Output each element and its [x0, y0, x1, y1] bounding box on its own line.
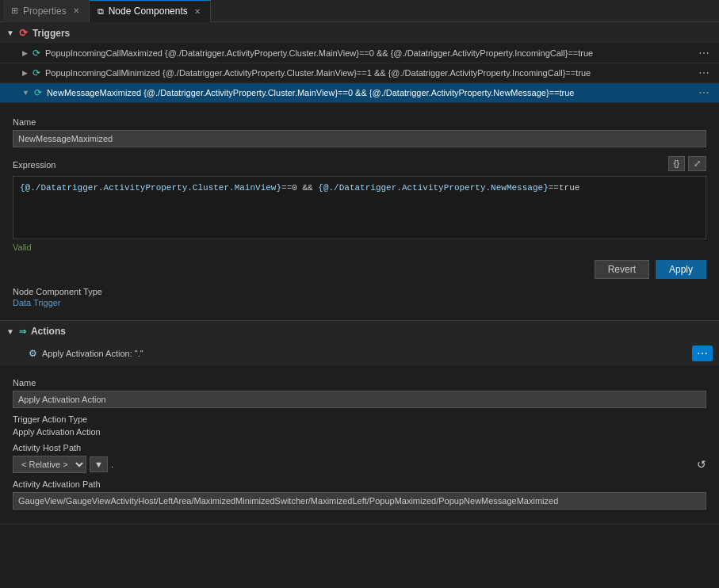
- tab-bar: ⊞ Properties ✕ ⧉ Node Components ✕: [0, 0, 719, 22]
- trigger-detail-panel: Name Expression {} ⤢ {@./Datatrigger.Act…: [0, 103, 719, 321]
- node-component-type-row: Node Component Type Data Trigger: [13, 287, 706, 307]
- relative-select-row: < Relative > ▼ . ↺: [13, 456, 706, 473]
- trigger2-expand-arrow: ▶: [22, 69, 28, 77]
- trigger1-icon: ⟳: [33, 48, 40, 59]
- detail-action-buttons: Revert Apply: [13, 260, 706, 279]
- triggers-section-icon: ⟳: [19, 27, 28, 39]
- expression-json-button[interactable]: {}: [668, 156, 685, 171]
- action-name-value: Apply Activation Action: [13, 391, 706, 408]
- activity-host-path-row: Activity Host Path < Relative > ▼ . ↺: [13, 443, 706, 473]
- trigger3-expand-arrow: ▼: [22, 89, 29, 97]
- node-component-type-label: Node Component Type: [13, 287, 706, 296]
- action1-icon: ⚙: [29, 348, 37, 359]
- trigger3-menu-button[interactable]: ⋯: [695, 87, 713, 98]
- trigger1-menu-button[interactable]: ⋯: [695, 48, 713, 59]
- trigger-row-1[interactable]: ▶ ⟳ PopupIncomingCallMaximized {@./Datat…: [0, 44, 719, 63]
- activity-activation-path-row: Activity Activation Path GaugeView/Gauge…: [13, 479, 706, 510]
- dot-separator: .: [111, 460, 113, 469]
- expression-field-row: Expression {} ⤢ {@./Datatrigger.Activity…: [13, 154, 706, 252]
- tab-node-components-close[interactable]: ✕: [193, 6, 202, 17]
- trigger-action-type-value: Apply Activation Action: [13, 427, 706, 437]
- properties-tab-icon: ⊞: [11, 6, 18, 16]
- expression-box[interactable]: {@./Datatrigger.ActivityProperty.Cluster…: [13, 176, 706, 239]
- trigger3-icon: ⟳: [34, 87, 42, 98]
- tab-node-components-label: Node Components: [109, 6, 188, 17]
- actions-section-icon: ⇒: [19, 326, 26, 337]
- trigger1-expand-arrow: ▶: [22, 49, 28, 57]
- actions-collapse-arrow: ▼: [6, 327, 14, 336]
- relative-dropdown-button[interactable]: ▼: [90, 456, 108, 472]
- actions-section-label: Actions: [31, 326, 66, 337]
- action-item-1-header[interactable]: ⚙ Apply Activation Action: "." ⋯: [0, 342, 719, 365]
- action-item-1: ⚙ Apply Activation Action: "." ⋯ Name Ap…: [0, 342, 719, 525]
- triggers-section-label: Triggers: [33, 28, 70, 39]
- action1-menu-button[interactable]: ⋯: [692, 346, 713, 361]
- triggers-collapse-arrow: ▼: [6, 29, 14, 37]
- action-name-label: Name: [13, 378, 706, 388]
- relative-select[interactable]: < Relative >: [13, 456, 86, 473]
- trigger2-menu-button[interactable]: ⋯: [695, 67, 713, 78]
- name-label: Name: [13, 117, 706, 127]
- expression-label: Expression: [13, 160, 55, 170]
- trigger-row-2[interactable]: ▶ ⟳ PopupIncomingCallMinimized {@./Datat…: [0, 63, 719, 83]
- tab-node-components[interactable]: ⧉ Node Components ✕: [90, 0, 211, 22]
- refresh-button[interactable]: ↺: [697, 458, 706, 471]
- tab-properties-close[interactable]: ✕: [71, 6, 81, 16]
- tab-properties[interactable]: ⊞ Properties ✕: [3, 0, 90, 22]
- main-content: ▼ ⟳ Triggers ▶ ⟳ PopupIncomingCallMaximi…: [0, 22, 719, 588]
- actions-section: ▼ ⇒ Actions ⚙ Apply Activation Action: "…: [0, 321, 719, 525]
- node-components-tab-icon: ⧉: [98, 6, 104, 17]
- node-component-type-value: Data Trigger: [13, 298, 706, 307]
- activity-host-path-label: Activity Host Path: [13, 443, 706, 452]
- action1-label: Apply Activation Action: ".": [42, 349, 687, 358]
- trigger-row-3[interactable]: ▼ ⟳ NewMessageMaximized {@./Datatrigger.…: [0, 83, 719, 103]
- expression-header: Expression {} ⤢: [13, 154, 706, 173]
- action1-detail: Name Apply Activation Action Trigger Act…: [0, 365, 719, 524]
- apply-button[interactable]: Apply: [656, 260, 706, 279]
- revert-button[interactable]: Revert: [595, 260, 649, 279]
- trigger1-text: PopupIncomingCallMaximized {@./Datatrigg…: [45, 48, 690, 58]
- name-input[interactable]: [13, 130, 706, 147]
- name-field-row: Name: [13, 117, 706, 147]
- activity-activation-path-value: GaugeView/GaugeViewActivityHost/LeftArea…: [13, 492, 706, 510]
- expression-expand-button[interactable]: ⤢: [688, 156, 706, 171]
- trigger3-text: NewMessageMaximized {@./Datatrigger.Acti…: [47, 88, 690, 97]
- valid-text: Valid: [13, 242, 706, 252]
- tab-properties-label: Properties: [23, 6, 67, 17]
- action-name-row: Name Apply Activation Action: [13, 378, 706, 408]
- trigger-action-type-label: Trigger Action Type: [13, 414, 706, 424]
- actions-section-header[interactable]: ▼ ⇒ Actions: [0, 321, 719, 342]
- expression-toolbar: {} ⤢: [668, 156, 706, 171]
- trigger-action-type-row: Trigger Action Type Apply Activation Act…: [13, 414, 706, 437]
- activity-activation-path-label: Activity Activation Path: [13, 479, 706, 489]
- trigger2-icon: ⟳: [33, 67, 40, 78]
- trigger2-text: PopupIncomingCallMinimized {@./Datatrigg…: [45, 68, 690, 78]
- triggers-section-header[interactable]: ▼ ⟳ Triggers: [0, 22, 719, 44]
